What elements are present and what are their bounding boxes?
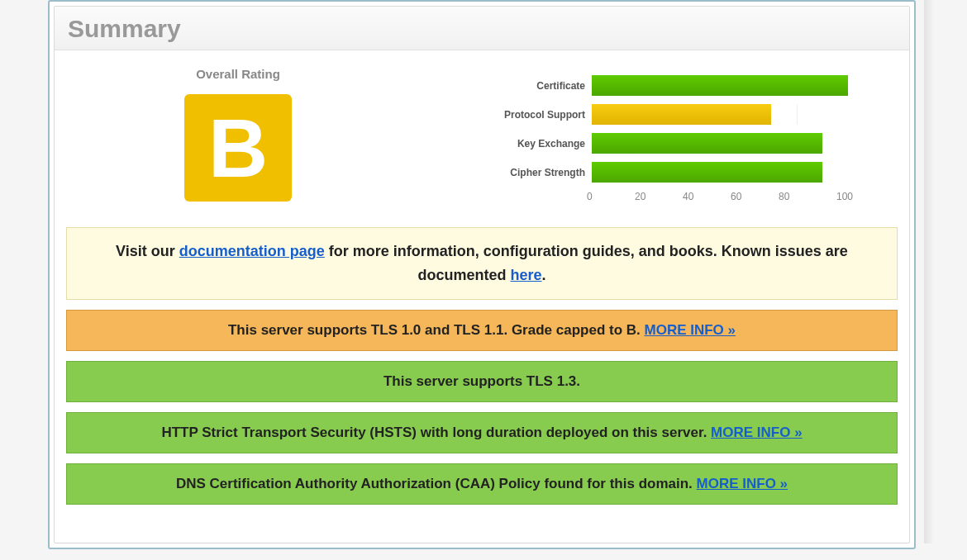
tls-old-text: This server supports TLS 1.0 and TLS 1.1… [228, 322, 645, 338]
chart-bar [592, 75, 848, 96]
tls-old-moreinfo-link[interactable]: MORE INFO » [645, 322, 736, 338]
hsts-banner: HTTP Strict Transport Security (HSTS) wi… [66, 412, 898, 453]
axis-tick: 80 [779, 191, 826, 202]
chart-track [592, 104, 848, 125]
hsts-text: HTTP Strict Transport Security (HSTS) wi… [161, 425, 711, 440]
hsts-moreinfo-link[interactable]: MORE INFO » [711, 425, 803, 440]
report-inner: Summary Overall Rating B CertificateProt… [54, 6, 910, 543]
doc-banner: Visit our documentation page for more in… [66, 227, 898, 300]
page-title: Summary [68, 15, 896, 43]
chart-row: Protocol Support [428, 104, 899, 125]
caa-moreinfo-link[interactable]: MORE INFO » [697, 476, 788, 491]
chart-row-label: Protocol Support [428, 109, 592, 121]
axis-tick: 20 [635, 191, 683, 202]
chart-row: Cipher Strength [428, 162, 899, 183]
summary-top: Overall Rating B CertificateProtocol Sup… [55, 50, 909, 202]
rating-label: Overall Rating [64, 67, 412, 81]
axis-tick: 100 [836, 191, 853, 202]
tls13-banner: This server supports TLS 1.3. [66, 361, 898, 402]
chart-track [592, 162, 848, 183]
chart-bar [592, 104, 771, 125]
known-issues-link[interactable]: here [510, 267, 541, 283]
axis-tick: 40 [683, 191, 731, 202]
caa-text: DNS Certification Authority Authorizatio… [176, 476, 697, 491]
doc-text-pre: Visit our [116, 243, 179, 259]
axis-tick: 0 [587, 191, 635, 202]
section-header: Summary [55, 7, 909, 50]
tls13-text: This server supports TLS 1.3. [383, 373, 580, 389]
chart-track [592, 75, 848, 96]
doc-text-post: . [542, 267, 546, 283]
page-shadow [924, 0, 934, 543]
overall-rating: Overall Rating B [64, 67, 412, 202]
banner-list: Visit our documentation page for more in… [55, 227, 909, 505]
chart-row-label: Key Exchange [428, 138, 592, 149]
chart-row-label: Cipher Strength [428, 167, 592, 178]
documentation-link[interactable]: documentation page [179, 243, 325, 259]
chart-bar [592, 162, 822, 183]
chart-row: Key Exchange [428, 133, 899, 154]
chart-track [592, 133, 848, 154]
chart-row-label: Certificate [428, 80, 592, 92]
score-chart: CertificateProtocol SupportKey ExchangeC… [412, 67, 899, 202]
doc-text-mid: for more information, configuration guid… [325, 243, 848, 283]
chart-row: Certificate [428, 75, 899, 96]
grade-badge: B [184, 94, 292, 202]
axis-tick: 60 [731, 191, 779, 202]
report-frame: Summary Overall Rating B CertificateProt… [48, 0, 916, 549]
caa-banner: DNS Certification Authority Authorizatio… [66, 463, 898, 505]
chart-bar [592, 133, 822, 154]
tls-old-banner: This server supports TLS 1.0 and TLS 1.1… [66, 310, 898, 351]
chart-axis: 020406080100 [592, 191, 848, 202]
